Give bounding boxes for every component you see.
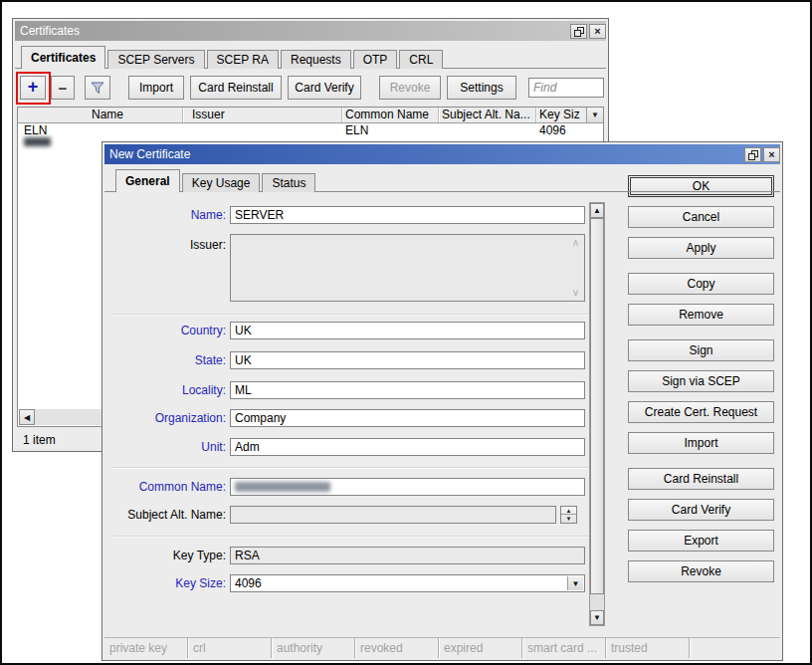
statusflag-trusted: trusted bbox=[606, 638, 690, 658]
card-reinstall-button[interactable]: Card Reinstall bbox=[190, 76, 282, 100]
key-type-label: Key Type: bbox=[106, 549, 226, 562]
sign-via-scep-button[interactable]: Sign via SCEP bbox=[628, 370, 774, 392]
scroll-down-icon[interactable]: ▼ bbox=[590, 610, 604, 625]
column-header-common-name[interactable]: Common Name bbox=[342, 108, 439, 122]
table-row[interactable]: ELN ELN 4096 bbox=[18, 123, 603, 137]
tab-otp[interactable]: OTP bbox=[353, 50, 398, 69]
scrollbar-thumb[interactable] bbox=[590, 218, 604, 594]
remove-button[interactable]: − bbox=[51, 76, 75, 100]
sign-button[interactable]: Sign bbox=[628, 339, 774, 361]
statusflag-authority: authority bbox=[272, 638, 355, 658]
statusflag-expired: expired bbox=[439, 638, 522, 658]
copy-button[interactable]: Copy bbox=[628, 273, 774, 295]
item-count-label: 1 item bbox=[23, 433, 56, 447]
revoke-button[interactable]: Revoke bbox=[628, 560, 774, 582]
scroll-left-icon[interactable]: ◀ bbox=[19, 409, 35, 425]
column-header-subject-alt[interactable]: Subject Alt. Na... bbox=[439, 108, 536, 122]
table-header: Name Issuer Common Name Subject Alt. Na.… bbox=[18, 108, 603, 123]
settings-button[interactable]: Settings bbox=[447, 76, 516, 100]
country-label: Country: bbox=[106, 324, 226, 337]
revoke-button[interactable]: Revoke bbox=[379, 76, 441, 100]
tab-scep-servers[interactable]: SCEP Servers bbox=[107, 50, 204, 69]
import-button[interactable]: Import bbox=[628, 432, 774, 454]
key-size-label: Key Size: bbox=[106, 576, 226, 590]
name-label: Name: bbox=[106, 208, 226, 222]
restore-icon[interactable] bbox=[570, 24, 587, 39]
import-button[interactable]: Import bbox=[128, 76, 184, 100]
ok-button[interactable]: OK bbox=[628, 175, 774, 197]
statusflag-smart-card: smart card ... bbox=[522, 638, 606, 658]
filter-icon bbox=[91, 81, 104, 95]
country-field[interactable] bbox=[230, 322, 585, 339]
new-certificate-dialog: New Certificate × General Key Usage Stat… bbox=[102, 141, 783, 661]
filter-button[interactable] bbox=[85, 76, 110, 100]
separator bbox=[112, 314, 606, 316]
statusflag-crl: crl bbox=[188, 638, 272, 658]
close-icon[interactable]: × bbox=[763, 147, 780, 162]
dialog-statusbar: private key crl authority revoked expire… bbox=[104, 637, 780, 658]
tab-certificates[interactable]: Certificates bbox=[21, 46, 105, 69]
minus-icon: − bbox=[59, 81, 68, 96]
apply-button[interactable]: Apply bbox=[628, 237, 774, 259]
organization-field[interactable] bbox=[230, 409, 585, 427]
statusflag-revoked: revoked bbox=[355, 638, 439, 658]
name-field[interactable] bbox=[230, 206, 585, 224]
subject-alt-name-stepper[interactable]: ▲ ▼ bbox=[560, 506, 577, 524]
remove-button[interactable]: Remove bbox=[628, 304, 774, 326]
issuer-label: Issuer: bbox=[106, 238, 226, 252]
card-verify-button[interactable]: Card Verify bbox=[628, 499, 774, 521]
separator bbox=[112, 467, 606, 469]
card-verify-button[interactable]: Card Verify bbox=[288, 76, 361, 100]
column-header-issuer[interactable]: Issuer bbox=[183, 108, 342, 122]
cancel-button[interactable]: Cancel bbox=[628, 206, 774, 228]
key-type-field[interactable] bbox=[230, 547, 585, 564]
state-label: State: bbox=[106, 353, 226, 367]
certificates-titlebar[interactable]: Certificates × bbox=[15, 21, 606, 41]
locality-field[interactable] bbox=[230, 381, 585, 399]
separator bbox=[112, 536, 606, 538]
locality-label: Locality: bbox=[106, 383, 226, 397]
form-scrollbar[interactable]: ▲ ▼ bbox=[589, 202, 605, 626]
close-icon[interactable]: × bbox=[589, 24, 606, 39]
unit-label: Unit: bbox=[106, 440, 226, 454]
dialog-tabstrip: General Key Usage Status bbox=[115, 169, 317, 192]
screenshot-root: Certificates × Certificates SCEP Servers… bbox=[0, 0, 812, 665]
column-header-name[interactable]: Name bbox=[18, 108, 183, 122]
key-size-combobox[interactable]: 4096 ▼ bbox=[230, 574, 585, 592]
tab-status[interactable]: Status bbox=[262, 173, 315, 192]
state-field[interactable] bbox=[230, 351, 585, 369]
dialog-title: New Certificate bbox=[109, 147, 742, 161]
tab-general[interactable]: General bbox=[115, 169, 180, 192]
scroll-up-icon[interactable]: ▲ bbox=[590, 203, 604, 218]
subject-alt-name-field[interactable] bbox=[230, 506, 556, 524]
common-name-label: Common Name: bbox=[106, 480, 226, 494]
dialog-titlebar[interactable]: New Certificate × bbox=[104, 144, 780, 164]
export-button[interactable]: Export bbox=[628, 530, 774, 552]
spinner-down-icon[interactable]: ▼ bbox=[561, 515, 576, 523]
common-name-field[interactable] bbox=[230, 478, 585, 496]
chevron-down-icon[interactable]: ∨ bbox=[572, 288, 579, 298]
common-name-redacted-value bbox=[235, 482, 330, 492]
chevron-up-icon[interactable]: ∧ bbox=[572, 238, 579, 248]
create-cert-request-button[interactable]: Create Cert. Request bbox=[628, 401, 774, 423]
issuer-field[interactable]: ∧ ∨ bbox=[230, 234, 585, 302]
column-header-key-size[interactable]: Key Siz bbox=[536, 108, 587, 122]
tab-crl[interactable]: CRL bbox=[399, 50, 443, 69]
tab-requests[interactable]: Requests bbox=[281, 50, 351, 69]
find-input[interactable] bbox=[528, 78, 604, 98]
horizontal-scrollbar[interactable] bbox=[35, 409, 104, 425]
card-reinstall-button[interactable]: Card Reinstall bbox=[628, 468, 774, 490]
annotation-highlight-box bbox=[16, 72, 51, 105]
tab-key-usage[interactable]: Key Usage bbox=[182, 173, 261, 192]
unit-field[interactable] bbox=[230, 438, 585, 456]
restore-icon[interactable] bbox=[744, 147, 761, 162]
dropdown-icon[interactable]: ▼ bbox=[567, 576, 583, 590]
certificates-tabstrip: Certificates SCEP Servers SCEP RA Reques… bbox=[21, 46, 445, 69]
subject-alt-name-label: Subject Alt. Name: bbox=[106, 508, 226, 522]
spinner-up-icon[interactable]: ▲ bbox=[561, 507, 576, 515]
column-select-dropdown-icon[interactable]: ▼ bbox=[586, 108, 603, 122]
tab-scep-ra[interactable]: SCEP RA bbox=[207, 50, 279, 69]
redacted-cell bbox=[24, 137, 51, 146]
organization-label: Organization: bbox=[106, 411, 226, 425]
certificates-window-title: Certificates bbox=[20, 24, 568, 38]
